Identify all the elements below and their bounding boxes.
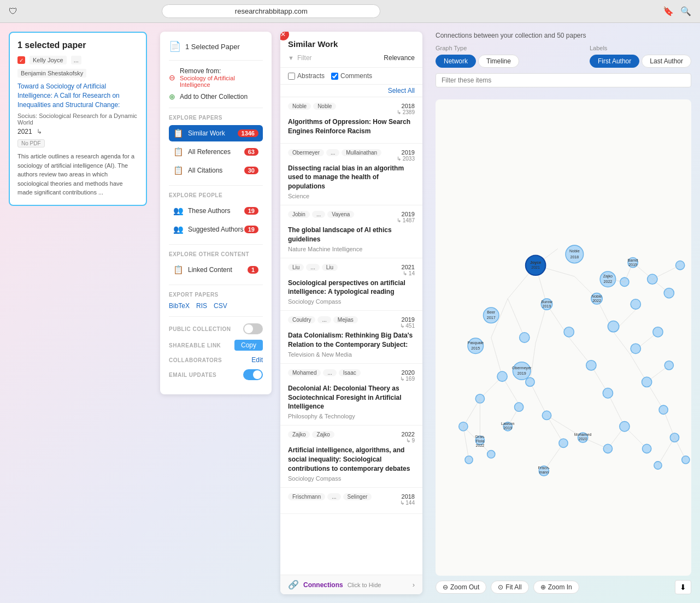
remove-action[interactable]: ⊖ Remove from: Sociology of Artificial I…: [169, 67, 263, 88]
paper-item[interactable]: Couldry ... Mejias 2019 ↳ 451 Data Colon…: [280, 311, 422, 364]
node-obermeyer[interactable]: [513, 362, 531, 380]
first-author-tab[interactable]: First Author: [590, 55, 639, 68]
author-pill: Noble: [288, 103, 311, 110]
paper-item[interactable]: Liu ... Liu 2021 ↳ 14 Sociological persp…: [280, 258, 422, 311]
node-8[interactable]: [653, 327, 663, 337]
filter-items-input[interactable]: [436, 73, 691, 87]
public-collection-row: PUBLIC COLLECTION: [169, 323, 263, 334]
node-3[interactable]: [520, 333, 530, 342]
node-9[interactable]: [497, 371, 507, 381]
paper-cites: ↳ 2033: [397, 156, 415, 162]
node-21[interactable]: [642, 444, 651, 453]
abstracts-checkbox[interactable]: [288, 73, 295, 80]
node-19[interactable]: [559, 439, 568, 447]
these-authors-count: 19: [244, 207, 258, 215]
paper-item[interactable]: Frischmann ... Selinger 2018 ↳ 144: [280, 488, 422, 514]
zoom-out-button[interactable]: ⊖ Zoom Out: [436, 581, 486, 594]
paper-card: 1 selected paper ✓ Kelly Joyce ... Benja…: [9, 32, 147, 206]
explore-all-references[interactable]: 📋 All References 63: [169, 144, 263, 160]
edit-link[interactable]: Edit: [251, 356, 263, 364]
node-4[interactable]: [564, 327, 574, 337]
paper-item-title: Dissecting racial bias in an algorithm u…: [288, 164, 415, 191]
search-icon[interactable]: 🔍: [680, 6, 691, 16]
author-pill: Jobin: [288, 211, 310, 218]
comments-filter[interactable]: Comments: [331, 72, 372, 80]
similar-count: 1346: [238, 129, 258, 137]
svg-line-6: [536, 304, 546, 343]
paper-item[interactable]: Mohamed ... Isaac 2020 ↳ 169 Decolonial …: [280, 364, 422, 425]
abstracts-filter[interactable]: Abstracts: [288, 72, 325, 80]
paper-cites: ↳ 14: [402, 270, 415, 276]
author-pill: Noble: [313, 103, 336, 110]
export-csv[interactable]: CSV: [214, 302, 227, 310]
zoom-in-button[interactable]: ⊕ Zoom In: [533, 581, 579, 594]
svg-text:2019: 2019: [628, 263, 637, 267]
node-14[interactable]: [586, 360, 596, 370]
connections-bar[interactable]: 🔗 Connections Click to Hide ›: [280, 575, 422, 594]
url-bar[interactable]: researchrabbitapp.com: [162, 4, 380, 18]
filter-row: ▼ Filter Relevance: [288, 54, 415, 62]
paper-item[interactable]: Noble Noble 2018 ↳ 2389 Algorithms of Op…: [280, 97, 422, 144]
node-17[interactable]: [664, 361, 673, 370]
timeline-tab[interactable]: Timeline: [478, 55, 519, 68]
node-5[interactable]: [608, 321, 619, 332]
paper-checkbox[interactable]: ✓: [17, 56, 25, 64]
node-20[interactable]: [620, 422, 630, 431]
copy-button[interactable]: Copy: [234, 340, 263, 351]
svg-text:Noble: Noble: [569, 249, 580, 253]
node-22[interactable]: [603, 444, 612, 453]
connections-sub: Click to Hide: [348, 582, 381, 588]
explore-suggested-authors[interactable]: 👥 Suggested Authors 19: [169, 221, 263, 238]
paper-year: 2018: [397, 103, 415, 109]
network-tab[interactable]: Network: [436, 55, 476, 68]
node-15[interactable]: [603, 388, 613, 398]
paper-item[interactable]: Jobin ... Vayena 2019 ↳ 1487 The global …: [280, 205, 422, 258]
paper-item[interactable]: Obermeyer ... Mullainathan 2019 ↳ 2033 D…: [280, 144, 422, 205]
doc-icon: 📄: [169, 40, 181, 52]
paper-year: 2018: [400, 493, 415, 500]
paper-cites: ↳ 2389: [397, 109, 415, 115]
select-all[interactable]: Select All: [280, 85, 422, 97]
email-updates-toggle[interactable]: [243, 369, 263, 380]
author-pill: Vayena: [327, 211, 354, 218]
public-collection-label: PUBLIC COLLECTION: [169, 326, 231, 332]
paper-item-journal: Sociology Compass: [288, 298, 415, 305]
paper-item[interactable]: Zajko Zajko 2022 ↳ 9 Artificial intellig…: [280, 425, 422, 487]
last-author-tab[interactable]: Last Author: [642, 55, 691, 68]
node-18[interactable]: [659, 405, 668, 414]
node-16[interactable]: [642, 377, 651, 387]
node-12[interactable]: [526, 377, 534, 386]
graph-type-label: Graph Type: [436, 45, 519, 51]
node-25[interactable]: [664, 288, 674, 298]
add-label: Add to Other Collection: [180, 93, 248, 100]
explore-similar-work[interactable]: 📋 Similar Work 1346: [169, 125, 263, 141]
add-action[interactable]: ⊕ Add to Other Collection: [169, 92, 263, 101]
bookmark-icon[interactable]: 🔖: [663, 6, 674, 16]
zoom-out-icon: ⊖: [443, 583, 448, 591]
node-noble[interactable]: [566, 245, 584, 263]
export-bibtex[interactable]: BibTeX: [169, 302, 190, 310]
zoom-in-label: Zoom In: [548, 583, 572, 591]
connections-link[interactable]: Connections: [303, 581, 343, 589]
export-ris[interactable]: RIS: [196, 302, 207, 310]
fit-all-button[interactable]: ⊙ Fit All: [491, 581, 528, 594]
author-row: ✓ Kelly Joyce ... Benjamin Shestakofsky: [17, 56, 138, 78]
explore-all-citations[interactable]: 📋 All Citations 30: [169, 162, 263, 179]
explore-linked-content[interactable]: 📋 Linked Content 1: [169, 262, 263, 278]
no-pdf-tag: No PDF: [17, 139, 45, 147]
node-6[interactable]: [631, 299, 640, 309]
filter-icon: ▼: [288, 55, 294, 61]
svg-text:2017: 2017: [487, 316, 496, 320]
labels-label: Labels: [590, 45, 691, 51]
email-updates-row: EMAIL UPDATES: [169, 369, 263, 380]
download-button[interactable]: ⬇: [675, 580, 691, 594]
paper-title[interactable]: Toward a Sociology of Artificial Intelli…: [17, 82, 138, 109]
comments-checkbox[interactable]: [331, 73, 338, 80]
email-updates-label: EMAIL UPDATES: [169, 372, 216, 378]
node-7[interactable]: [631, 344, 640, 353]
svg-text:Zajko: Zajko: [603, 274, 613, 279]
explore-these-authors[interactable]: 👥 These Authors 19: [169, 203, 263, 219]
filter-checkboxes: Abstracts Comments: [280, 68, 422, 85]
svg-text:Joyce: Joyce: [530, 261, 541, 265]
public-collection-toggle[interactable]: [243, 323, 263, 334]
